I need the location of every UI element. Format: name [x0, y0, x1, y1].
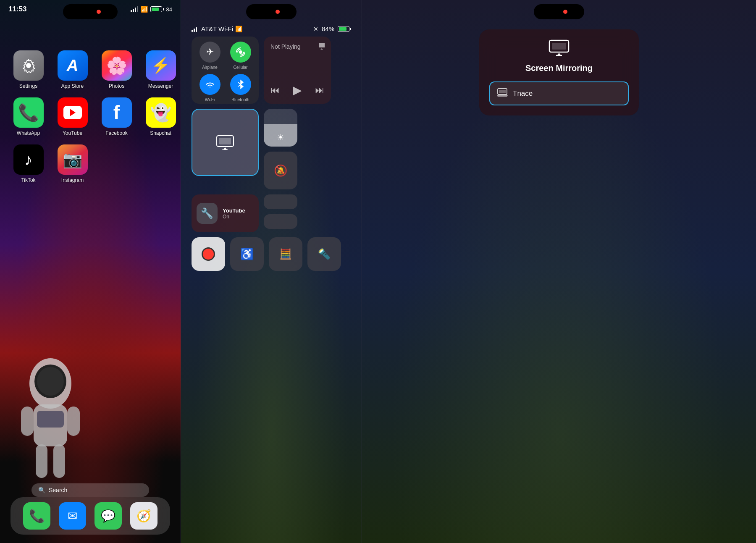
wifi-tile-icon: [200, 74, 220, 95]
app-photos-label: Photos: [109, 83, 124, 89]
app-snapchat-label: Snapchat: [150, 130, 171, 136]
app-youtube[interactable]: YouTube: [55, 97, 90, 136]
mirror-device-option[interactable]: Tnace: [489, 81, 629, 105]
recording-indicator-home: [97, 10, 101, 14]
svg-rect-9: [37, 411, 64, 428]
laptop-icon: [497, 88, 508, 97]
cellular-wave-icon: [236, 47, 246, 57]
battery-control: [338, 26, 351, 32]
youtube-play-bg: [63, 106, 82, 119]
cellular-label: Cellular: [234, 65, 248, 70]
airplane-mode-control[interactable]: ✈ Airplane: [197, 42, 223, 70]
app-grid: Settings A App Store 🌸 Photos ⚡ Messenge…: [0, 42, 181, 191]
search-icon: 🔍: [38, 487, 45, 493]
battery-icon: [150, 6, 164, 12]
dock-mail[interactable]: ✉: [59, 502, 86, 530]
whatsapp-icon: 📞: [13, 97, 44, 128]
mirror-device-name: Tnace: [513, 89, 533, 98]
carrier-name: AT&T Wi-Fi: [201, 25, 233, 32]
recording-indicator-mirror: [563, 10, 567, 14]
youtube-tile-text: YouTube On: [223, 207, 245, 220]
screen-mirroring-icon: [216, 135, 234, 150]
app-photos[interactable]: 🌸 Photos: [99, 50, 134, 89]
youtube-icon: [58, 97, 88, 128]
wifi-svg-icon: [205, 79, 215, 89]
recording-indicator-control: [276, 10, 280, 14]
instagram-icon: 📷: [58, 144, 88, 175]
app-tiktok[interactable]: ♪ TikTok: [10, 144, 46, 183]
app-instagram[interactable]: 📷 Instagram: [55, 144, 90, 183]
youtube-on-tile[interactable]: 🔧 YouTube On: [192, 194, 259, 232]
app-messenger[interactable]: ⚡ Messenger: [143, 50, 178, 89]
extra-right-tiles: [264, 194, 297, 232]
search-bar[interactable]: 🔍 Search: [32, 483, 149, 497]
tiktok-icon: ♪: [13, 144, 44, 175]
mail-icon: ✉: [68, 509, 77, 523]
app-messenger-label: Messenger: [148, 83, 173, 89]
airplay-icon[interactable]: [318, 42, 326, 52]
app-settings[interactable]: Settings: [10, 50, 46, 89]
extra-tile-2[interactable]: [264, 214, 297, 229]
status-left-control: AT&T Wi-Fi 📶: [192, 25, 242, 32]
svg-point-3: [37, 367, 64, 396]
dock-messages[interactable]: 💬: [94, 502, 122, 530]
brightness-tile[interactable]: ☀: [264, 109, 297, 147]
media-controls: ⏮ ▶ ⏭: [270, 83, 324, 97]
settings-icon: [13, 50, 44, 81]
messages-icon: 💬: [101, 509, 116, 523]
snapchat-ghost-icon: 👻: [150, 103, 171, 123]
brightness-icon: ☀: [277, 132, 284, 142]
svg-rect-8: [53, 444, 65, 478]
youtube-row: 🔧 YouTube On: [192, 194, 351, 232]
wifi-icon: 📶: [141, 6, 148, 13]
mirror-title-row: Screen Mirroring: [489, 39, 629, 73]
phone-icon: 📞: [29, 509, 45, 523]
dynamic-island-mirror: [534, 4, 584, 19]
dock-safari[interactable]: 🧭: [130, 502, 158, 530]
control-top-row: ✈ Airplane Cellular: [181, 37, 362, 109]
mute-icon: 🔕: [274, 164, 287, 177]
app-appstore-label: App Store: [61, 83, 84, 89]
control-mid-row: ☀ 🔕: [192, 109, 351, 189]
flashlight-tile[interactable]: 🔦: [307, 237, 341, 271]
status-icons-home: 📶 84: [131, 6, 172, 13]
ctrl-signal-3: [196, 27, 197, 32]
facebook-icon: f: [102, 97, 132, 128]
play-button[interactable]: ▶: [293, 83, 302, 97]
mute-tile[interactable]: 🔕: [264, 152, 297, 189]
network-tile: ✈ Airplane Cellular: [192, 37, 259, 104]
dock-phone[interactable]: 📞: [23, 502, 50, 530]
rewind-button[interactable]: ⏮: [270, 85, 280, 96]
app-appstore[interactable]: A App Store: [55, 50, 90, 89]
signal-bar-3: [135, 8, 136, 12]
screen-record-tile[interactable]: [192, 237, 225, 271]
gear-svg: [20, 57, 37, 74]
cellular-control[interactable]: Cellular: [227, 42, 254, 70]
fast-forward-button[interactable]: ⏭: [315, 85, 324, 96]
accessibility-tile[interactable]: ♿: [230, 237, 264, 271]
svg-rect-12: [219, 138, 231, 144]
right-column-controls: ☀ 🔕: [264, 109, 297, 189]
mirror-display-svg: [549, 39, 570, 56]
svg-rect-5: [21, 407, 34, 436]
control-center-panel: AT&T Wi-Fi 📶 ✕ 84% ✈ Airplane: [181, 0, 362, 543]
instagram-camera-icon: 📷: [63, 150, 82, 169]
app-whatsapp[interactable]: 📞 WhatsApp: [10, 97, 46, 136]
screen-mirroring-tile[interactable]: [192, 109, 259, 176]
screen-record-icon: [202, 247, 215, 261]
bluetooth-svg-icon: [236, 79, 245, 89]
calculator-tile[interactable]: 🧮: [269, 237, 302, 271]
tiktok-note-icon: ♪: [24, 151, 32, 169]
appstore-a-icon: A: [67, 57, 78, 75]
app-snapchat[interactable]: 👻 Snapchat: [143, 97, 178, 136]
bluetooth-control[interactable]: Bluetooth: [227, 74, 254, 102]
svg-rect-20: [499, 90, 506, 93]
extra-tile-1[interactable]: [264, 194, 297, 209]
airplane-label: Airplane: [202, 65, 218, 70]
battery-percent: 84: [166, 6, 172, 13]
dock: 📞 ✉ 💬 🧭: [10, 497, 170, 535]
wifi-control[interactable]: Wi-Fi: [197, 74, 223, 102]
svg-rect-7: [36, 444, 47, 478]
app-facebook[interactable]: f Facebook: [99, 97, 134, 136]
dynamic-island-home: [63, 4, 118, 19]
